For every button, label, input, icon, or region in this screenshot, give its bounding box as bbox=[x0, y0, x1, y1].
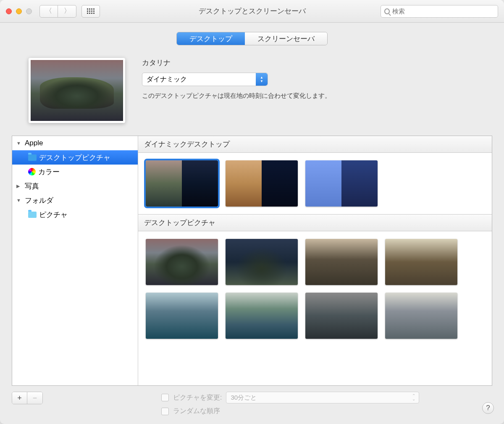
thumb-catalina-night[interactable] bbox=[226, 239, 298, 285]
pictures-thumbs bbox=[138, 231, 492, 346]
close-icon[interactable] bbox=[6, 8, 12, 14]
sidebar-label: デスクトップピクチャ bbox=[39, 153, 110, 162]
window-controls bbox=[6, 8, 32, 14]
folder-icon bbox=[28, 212, 37, 218]
sidebar-label: フォルダ bbox=[25, 196, 53, 205]
content-area: デスクトップ スクリーンセーバ カタリナ ダイナミック このデスクトップピクチャ… bbox=[0, 23, 504, 424]
bottom-controls: + − ピクチャを変更: 30分ごと ランダムな順序 bbox=[12, 392, 492, 419]
dropdown-value: ダイナミック bbox=[147, 75, 187, 84]
interval-value: 30分ごと bbox=[231, 394, 257, 402]
forward-button[interactable]: 〉 bbox=[58, 5, 76, 18]
wallpaper-name: カタリナ bbox=[142, 58, 492, 68]
thumb-catalina-sunset[interactable] bbox=[385, 239, 457, 285]
preview-info: カタリナ ダイナミック このデスクトップピクチャは現在地の時刻に合わせて変化しま… bbox=[142, 58, 492, 123]
nav-buttons: 〈 〉 bbox=[39, 5, 76, 18]
wallpaper-description: このデスクトップピクチャは現在地の時刻に合わせて変化します。 bbox=[142, 92, 492, 100]
wallpaper-image bbox=[40, 77, 114, 109]
thumb-mojave-dynamic[interactable] bbox=[226, 160, 298, 207]
section-header-dynamic: ダイナミックデスクトップ bbox=[138, 136, 492, 153]
disclosure-triangle-icon: ▼ bbox=[16, 198, 22, 203]
thumb-catalina-silhouette[interactable] bbox=[385, 293, 457, 339]
change-picture-row: ピクチャを変更: 30分ごと bbox=[161, 392, 419, 403]
question-mark-icon: ? bbox=[486, 404, 490, 412]
tab-segment: デスクトップ スクリーンセーバ bbox=[176, 32, 328, 45]
chevron-right-icon: 〉 bbox=[64, 7, 71, 16]
updown-arrows-icon bbox=[256, 73, 268, 86]
sidebar-group-photos[interactable]: ▶ 写真 bbox=[12, 179, 138, 193]
disclosure-triangle-icon: ▼ bbox=[16, 141, 22, 146]
sidebar-group-apple[interactable]: ▼ Apple bbox=[12, 136, 138, 150]
back-button[interactable]: 〈 bbox=[39, 5, 58, 18]
zoom-icon bbox=[26, 8, 32, 14]
thumb-catalina-clouds[interactable] bbox=[305, 293, 378, 339]
sidebar-item-colors[interactable]: カラー bbox=[12, 165, 138, 179]
search-icon bbox=[384, 8, 390, 14]
search-field[interactable] bbox=[381, 5, 498, 18]
show-all-button[interactable] bbox=[81, 5, 100, 18]
add-remove-control: + − bbox=[12, 392, 43, 404]
help-button[interactable]: ? bbox=[482, 402, 494, 414]
grid-icon bbox=[87, 8, 94, 14]
add-folder-button[interactable]: + bbox=[12, 392, 27, 404]
random-order-row: ランダムな順序 bbox=[161, 407, 419, 416]
titlebar: 〈 〉 デスクトップとスクリーンセーバ bbox=[0, 0, 504, 23]
thumb-catalina-rock[interactable] bbox=[305, 239, 378, 285]
random-order-checkbox bbox=[161, 408, 169, 415]
thumb-catalina-dynamic[interactable] bbox=[146, 160, 218, 207]
color-wheel-icon bbox=[28, 168, 36, 175]
options: ピクチャを変更: 30分ごと ランダムな順序 bbox=[161, 392, 419, 419]
sidebar-group-folders[interactable]: ▼ フォルダ bbox=[12, 193, 138, 207]
sidebar-label: カラー bbox=[38, 167, 60, 177]
sidebar-label: 写真 bbox=[25, 181, 39, 191]
chevron-left-icon: 〈 bbox=[45, 7, 52, 16]
tab-screensaver[interactable]: スクリーンセーバ bbox=[245, 32, 327, 45]
random-order-label: ランダムな順序 bbox=[173, 407, 220, 416]
dynamic-thumbs bbox=[138, 153, 492, 214]
appearance-mode-dropdown[interactable]: ダイナミック bbox=[142, 73, 268, 86]
source-sidebar: ▼ Apple デスクトップピクチャ カラー ▶ 写真 ▼ フォルダ bbox=[12, 136, 138, 385]
wallpaper-gallery: ダイナミックデスクトップ デスクトップピクチャ bbox=[138, 136, 492, 385]
interval-dropdown: 30分ごと bbox=[226, 392, 419, 403]
folder-icon bbox=[28, 154, 37, 161]
current-wallpaper-preview bbox=[29, 58, 125, 123]
preferences-window: 〈 〉 デスクトップとスクリーンセーバ デスクトップ スクリーンセーバ bbox=[0, 0, 504, 424]
change-picture-label: ピクチャを変更: bbox=[173, 393, 222, 402]
remove-folder-button: − bbox=[27, 392, 42, 404]
thumb-catalina-shoreline[interactable] bbox=[226, 293, 298, 339]
sidebar-label: ピクチャ bbox=[39, 210, 68, 220]
sidebar-item-pictures[interactable]: ピクチャ bbox=[12, 207, 138, 222]
disclosure-triangle-icon: ▶ bbox=[16, 183, 22, 189]
minimize-icon[interactable] bbox=[16, 8, 22, 14]
search-input[interactable] bbox=[392, 8, 494, 15]
main-split: ▼ Apple デスクトップピクチャ カラー ▶ 写真 ▼ フォルダ bbox=[12, 136, 492, 386]
tab-desktop[interactable]: デスクトップ bbox=[177, 32, 245, 45]
thumb-solid-dynamic[interactable] bbox=[305, 160, 378, 207]
sidebar-item-desktop-pictures[interactable]: デスクトップピクチャ bbox=[12, 150, 138, 165]
section-header-pictures: デスクトップピクチャ bbox=[138, 214, 492, 231]
change-picture-checkbox[interactable] bbox=[161, 394, 169, 401]
preview-row: カタリナ ダイナミック このデスクトップピクチャは現在地の時刻に合わせて変化しま… bbox=[29, 58, 492, 123]
sidebar-label: Apple bbox=[25, 139, 43, 147]
thumb-catalina-day[interactable] bbox=[146, 239, 218, 285]
thumb-catalina-coast[interactable] bbox=[146, 293, 218, 339]
